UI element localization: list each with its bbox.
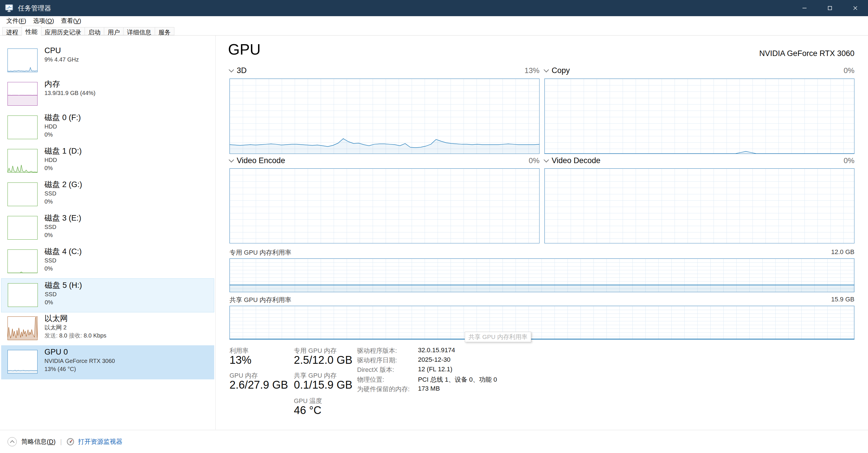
sidebar-item-title: 磁盘 4 (C:) <box>44 247 82 256</box>
ethernet-traffic-line: 发送: 8.0 接收: 8.0 Kbps <box>44 331 106 339</box>
gpu0-sparkline <box>7 350 37 373</box>
chart-max-value: 12.0 GB <box>831 248 855 257</box>
sidebar-item-disk2[interactable]: 磁盘 2 (G:) SSD 0% <box>1 178 214 212</box>
chevron-up-circle-icon <box>7 437 17 446</box>
detail-label-driver-version: 驱动程序版本: <box>357 346 397 355</box>
sidebar-item-line: SSD <box>44 256 82 265</box>
tab-services[interactable]: 服务 <box>155 27 174 35</box>
app-icon <box>5 3 14 13</box>
disk4-sparkline <box>7 249 37 273</box>
summary-view-button[interactable]: 简略信息(D) <box>7 437 56 446</box>
detail-value-driver-version: 32.0.15.9174 <box>418 346 455 354</box>
tab-details[interactable]: 详细信息 <box>123 27 155 35</box>
tab-users[interactable]: 用户 <box>104 27 124 35</box>
sidebar-item-title: 磁盘 3 (E:) <box>44 213 82 223</box>
chevron-down-icon[interactable] <box>544 67 549 72</box>
chevron-down-icon[interactable] <box>544 157 549 162</box>
chart-value: 13% <box>525 66 539 75</box>
sidebar-item-line: SSD <box>44 223 82 231</box>
chevron-down-icon[interactable] <box>228 157 234 162</box>
sidebar-item-disk5[interactable]: 磁盘 5 (H:) SSD 0% <box>1 278 214 312</box>
shared-memory-header: 共享 GPU 内存利用率 15.9 GB <box>229 296 855 304</box>
chart-tooltip: 共享 GPU 内存利用率 <box>465 332 531 342</box>
chart-max-value: 15.9 GB <box>831 296 855 304</box>
sidebar-item-ethernet[interactable]: 以太网 以太网 2 发送: 8.0 接收: 8.0 Kbps <box>1 312 214 346</box>
sidebar-item-line: SSD <box>45 290 82 298</box>
sidebar-item-memory[interactable]: 内存 13.9/31.9 GB (44%) <box>1 78 214 112</box>
menu-view[interactable]: 查看(V) <box>57 17 85 25</box>
sidebar-item-line: NVIDIA GeForce RTX 3060 <box>44 357 115 365</box>
sidebar-item-title: 磁盘 0 (F:) <box>44 113 81 122</box>
sidebar-item-disk4[interactable]: 磁盘 4 (C:) SSD 0% <box>1 245 214 279</box>
sidebar-item-disk3[interactable]: 磁盘 3 (E:) SSD 0% <box>1 211 214 245</box>
menubar: 文件(F) 选项(O) 查看(V) <box>0 16 868 25</box>
sidebar-item-line: 9% 4.47 GHz <box>44 55 79 63</box>
memory-sparkline <box>7 82 37 106</box>
chart-label: Video Encode <box>237 156 285 165</box>
sidebar-item-line: 0% <box>44 231 82 239</box>
chart-label: Copy <box>552 66 570 75</box>
sidebar-item-line: 0% <box>45 298 82 306</box>
stat-value-gpu-temperature: 46 °C <box>294 404 321 417</box>
sidebar-item-title: 内存 <box>44 79 96 89</box>
detail-label-hardware-reserved-memory: 为硬件保留的内存: <box>357 385 410 394</box>
detail-value-physical-location: PCI 总线 1、设备 0、功能 0 <box>418 375 497 384</box>
gpu-panel: GPU NVIDIA GeForce RTX 3060 3D 13% Copy … <box>216 35 868 430</box>
video-encode-chart[interactable] <box>229 168 539 243</box>
chart-label: Video Decode <box>552 156 600 165</box>
chart-value: 0% <box>529 156 539 165</box>
minimize-button[interactable] <box>792 0 817 16</box>
detail-label-physical-location: 物理位置: <box>357 375 384 384</box>
sidebar-item-line: 13.9/31.9 GB (44%) <box>44 89 96 97</box>
tab-startup[interactable]: 启动 <box>85 27 104 35</box>
chart-label: 专用 GPU 内存利用率 <box>229 248 291 257</box>
tabbar: 进程 性能 应用历史记录 启动 用户 详细信息 服务 <box>0 25 868 35</box>
close-button[interactable] <box>843 0 868 16</box>
detail-label-directx-version: DirectX 版本: <box>357 365 394 374</box>
sidebar-item-line: 0% <box>44 265 82 273</box>
stat-value-utilization: 13% <box>229 354 251 366</box>
chart-value: 0% <box>843 66 855 75</box>
video-decode-chart[interactable] <box>545 168 855 243</box>
sidebar-item-disk0[interactable]: 磁盘 0 (F:) HDD 0% <box>1 111 214 145</box>
sidebar-item-gpu0[interactable]: GPU 0 NVIDIA GeForce RTX 3060 13% (46 °C… <box>1 345 214 380</box>
detail-label-driver-date: 驱动程序日期: <box>357 356 397 365</box>
sidebar-item-title: GPU 0 <box>44 347 115 357</box>
summary-view-label: 简略信息(D) <box>21 437 56 446</box>
tab-app-history[interactable]: 应用历史记录 <box>41 27 85 35</box>
disk3-sparkline <box>7 216 37 240</box>
sidebar-item-title: 磁盘 1 (D:) <box>44 146 82 156</box>
menu-file[interactable]: 文件(F) <box>3 17 30 25</box>
detail-value-driver-date: 2025-12-30 <box>418 356 451 363</box>
sidebar-item-disk1[interactable]: 磁盘 1 (D:) HDD 0% <box>1 144 214 178</box>
sidebar-item-line: 0% <box>44 164 82 172</box>
performance-sidebar: CPU 9% 4.47 GHz 内存 13.9/31.9 GB (44%) 磁盘… <box>0 35 215 430</box>
tab-processes[interactable]: 进程 <box>2 27 22 35</box>
3d-usage-chart[interactable] <box>229 79 539 154</box>
gpu-name: NVIDIA GeForce RTX 3060 <box>759 49 855 58</box>
chart-header-3d: 3D 13% <box>229 66 539 75</box>
dedicated-memory-header: 专用 GPU 内存利用率 12.0 GB <box>229 248 855 257</box>
stat-value-shared-memory: 0.1/15.9 GB <box>294 379 352 391</box>
disk5-sparkline <box>8 283 38 307</box>
sidebar-item-title: 以太网 <box>44 313 106 323</box>
copy-usage-chart[interactable] <box>545 79 855 154</box>
tab-performance[interactable]: 性能 <box>22 26 41 35</box>
maximize-button[interactable] <box>817 0 843 16</box>
detail-value-hardware-reserved-memory: 173 MB <box>418 385 440 392</box>
dedicated-memory-chart[interactable] <box>229 259 855 292</box>
sidebar-item-line: HDD <box>44 156 82 164</box>
chevron-down-icon[interactable] <box>228 67 234 72</box>
stat-value-dedicated-memory: 2.5/12.0 GB <box>294 354 352 366</box>
footer-separator: | <box>60 438 62 446</box>
cpu-sparkline <box>7 49 37 72</box>
sidebar-item-line: HDD <box>44 122 81 130</box>
shared-memory-chart[interactable] <box>229 306 855 339</box>
menu-options[interactable]: 选项(O) <box>30 17 57 25</box>
titlebar: 任务管理器 <box>0 0 868 16</box>
sidebar-item-line: 13% (46 °C) <box>44 365 115 373</box>
chart-header-video-encode: Video Encode 0% <box>229 156 539 165</box>
window-title: 任务管理器 <box>18 4 51 13</box>
sidebar-item-cpu[interactable]: CPU 9% 4.47 GHz <box>1 44 214 78</box>
open-resource-monitor-link[interactable]: 打开资源监视器 <box>66 437 122 446</box>
